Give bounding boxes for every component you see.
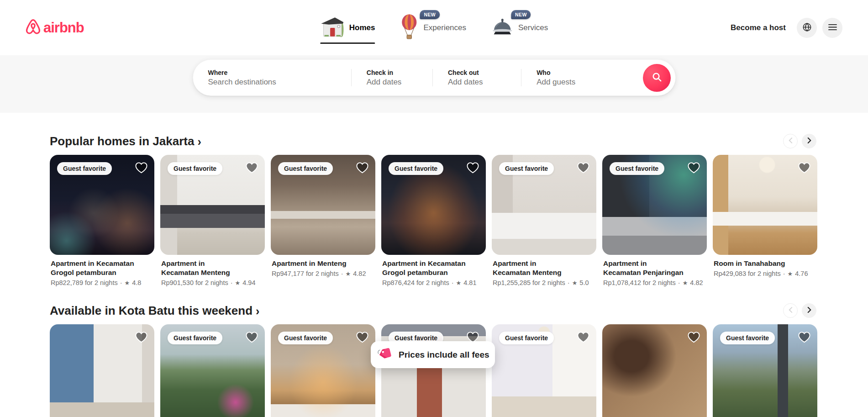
carousel-next-button[interactable] [802,134,816,148]
listing-card[interactable]: Guest favorite Apartment in Menteng Rp94… [271,155,375,286]
guest-favorite-badge: Guest favorite [389,162,443,175]
listing-card[interactable]: Guest favorite [713,324,817,417]
star-icon: ★ [125,280,130,286]
heart-icon[interactable] [576,161,590,175]
guest-favorite-badge: Guest favorite [610,162,664,175]
chevron-left-icon [789,307,793,314]
listing-card[interactable]: Guest favorite Apartment in Kecamatan Pe… [602,155,707,286]
checkout-label: Check out [448,69,521,76]
guest-favorite-badge: Guest favorite [499,162,554,175]
star-icon: ★ [683,280,688,286]
prices-include-fees-tooltip: Prices include all fees [371,341,495,368]
tab-homes[interactable]: Homes [320,0,375,55]
heart-icon[interactable] [797,330,811,344]
listing-photo: Guest favorite [492,155,596,255]
heart-icon[interactable] [245,161,259,175]
section-title-link[interactable]: Popular homes in Jakarta › [50,134,201,148]
chevron-right-icon: › [197,135,201,148]
search-who-field[interactable]: Who Add guests [521,60,675,95]
listing-photo: Guest favorite [492,324,596,417]
listing-card[interactable]: Guest favorite [492,324,596,417]
listing-photo: Guest favorite [381,324,486,417]
listing-card[interactable]: Guest favorite Apartment in Kecamatan Me… [160,155,265,286]
listing-photo: Guest favorite [271,324,375,417]
listing-card[interactable] [602,324,707,417]
heart-icon[interactable] [134,161,148,175]
heart-icon[interactable] [687,330,701,344]
listing-title: Apartment in Kecamatan Grogol petamburan [382,259,485,277]
listing-photo: Guest favorite [160,324,265,417]
carousel-prev-button[interactable] [783,303,798,318]
listing-card[interactable]: Room in Tanahabang Rp429,083 for 2 night… [713,155,817,286]
who-label: Who [537,69,575,76]
heart-icon[interactable] [355,161,369,175]
listing-card[interactable]: Guest favorite [271,324,375,417]
header-actions: Become a host [725,18,842,38]
where-placeholder: Search destinations [208,78,351,87]
become-a-host-button[interactable]: Become a host [725,19,791,37]
belo-icon [26,19,41,37]
listing-title: Apartment in Menteng [272,259,374,268]
where-label: Where [208,69,351,76]
listing-title: Apartment in Kecamatan Menteng [161,259,264,277]
listing-price-rating: Rp947,177 for 2 nights·★4.82 [272,270,374,277]
heart-icon[interactable] [134,330,148,344]
listing-title: Apartment in Kecamatan Menteng [493,259,595,277]
listing-photo: Guest favorite [271,155,375,255]
section-title-link[interactable]: Available in Kota Batu this weekend › [50,304,259,318]
guest-favorite-badge: Guest favorite [57,162,112,175]
tooltip-text: Prices include all fees [399,350,489,360]
guest-favorite-badge: Guest favorite [720,332,775,344]
listing-photo: Guest favorite [602,155,707,255]
airbnb-logo[interactable]: airbnb [26,19,84,37]
search-checkin-field[interactable]: Check in Add dates [352,60,432,95]
search-button[interactable] [643,64,671,92]
carousel-prev-button[interactable] [783,134,798,148]
hamburger-menu-icon [828,24,837,32]
card-row-kota-batu: Guest favorite Guest favorite Guest favo… [50,324,816,417]
listing-photo [713,155,817,255]
tab-experiences[interactable]: NEW Experiences [400,0,466,55]
carousel-controls [783,134,816,148]
checkin-label: Check in [367,69,432,76]
search-where-field[interactable]: Where Search destinations [193,60,351,95]
guest-favorite-badge: Guest favorite [168,332,222,344]
heart-icon[interactable] [355,330,369,344]
heart-icon[interactable] [576,330,590,344]
heart-icon[interactable] [245,330,259,344]
listing-price-rating: Rp1,078,412 for 2 nights·★4.82 [603,279,706,286]
listing-photo: Guest favorite [160,155,265,255]
checkout-placeholder: Add dates [448,78,521,87]
listing-photo: Guest favorite [50,155,154,255]
language-button[interactable] [797,18,817,38]
heart-icon[interactable] [466,161,480,175]
tab-experiences-label: Experiences [423,23,466,32]
carousel-next-button[interactable] [802,303,816,318]
chevron-right-icon: › [256,305,259,318]
listing-price-rating: Rp901,530 for 2 nights·★4.94 [161,279,264,286]
search-strip: Where Search destinations Check in Add d… [0,55,868,113]
search-checkout-field[interactable]: Check out Add dates [433,60,521,95]
listing-card[interactable] [50,324,154,417]
guest-favorite-badge: Guest favorite [499,332,554,344]
listing-price-rating: Rp1,255,285 for 2 nights·★5.0 [493,279,595,286]
category-tabs: Homes NEW Experiences [320,0,548,55]
listing-card[interactable]: Guest favorite Apartment in Kecamatan Gr… [50,155,154,286]
section-header-jakarta: Popular homes in Jakarta › [50,134,816,148]
heart-icon[interactable] [797,161,811,175]
who-placeholder: Add guests [537,78,575,87]
listing-card[interactable]: Guest favorite [381,324,486,417]
listing-title: Apartment in Kecamatan Grogol petamburan [51,259,153,277]
tab-services[interactable]: NEW Services [491,0,548,55]
listing-price-rating: Rp876,424 for 2 nights·★4.81 [382,279,485,286]
search-bar: Where Search destinations Check in Add d… [193,59,676,96]
listing-card[interactable]: Guest favorite Apartment in Kecamatan Me… [492,155,596,286]
main-menu-button[interactable] [822,18,842,38]
section-title: Popular homes in Jakarta [50,134,194,148]
heart-icon[interactable] [687,161,701,175]
listing-card[interactable]: Guest favorite [160,324,265,417]
hot-air-balloon-icon [400,14,419,42]
star-icon: ★ [346,270,351,277]
listing-card[interactable]: Guest favorite Apartment in Kecamatan Gr… [381,155,486,286]
listing-title: Apartment in Kecamatan Penjaringan [603,259,706,277]
